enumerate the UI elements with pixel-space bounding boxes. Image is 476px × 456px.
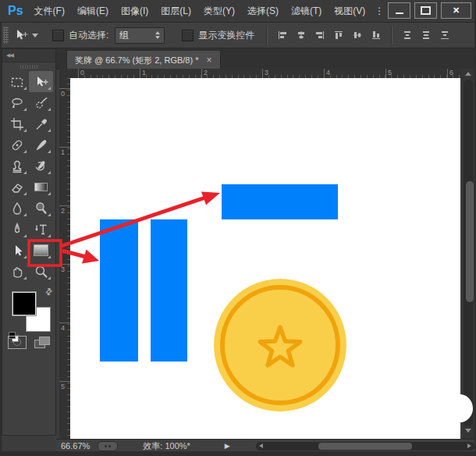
align-top-edges-button[interactable] <box>331 27 346 43</box>
distribute-bottom-edges-icon <box>439 30 450 41</box>
status-bar: 66.67% 效率: 100%* ▶ <box>56 439 476 452</box>
dodge-tool[interactable] <box>29 198 53 219</box>
vertical-ruler[interactable]: 0 1 2 3 4 5 <box>59 78 70 439</box>
quick-selection-icon <box>34 95 49 111</box>
vertical-scroll-thumb[interactable] <box>466 181 474 302</box>
status-flyout-arrow[interactable]: ▶ <box>225 442 230 450</box>
path-selection-tool[interactable] <box>5 240 29 261</box>
zoom-scrubby-icon <box>98 441 118 451</box>
zoom-tool[interactable] <box>29 261 53 282</box>
rectangular-marquee-tool[interactable] <box>5 71 29 92</box>
close-button[interactable]: ✕ <box>441 2 471 19</box>
minimize-button[interactable] <box>388 2 410 19</box>
type-tool[interactable] <box>29 219 53 240</box>
distribute-top-edges-button[interactable] <box>400 27 415 43</box>
menu-file[interactable]: 文件(F) <box>34 5 65 18</box>
window-frame-left <box>0 22 2 456</box>
color-swatches: ⇄ <box>9 287 52 335</box>
menu-layer[interactable]: 图层(L) <box>161 5 191 18</box>
options-grip-handle[interactable] <box>3 27 9 44</box>
brush-tool[interactable] <box>29 134 53 155</box>
canvas-surface[interactable] <box>70 78 460 439</box>
swap-colors-icon[interactable]: ⇄ <box>43 286 55 298</box>
gradient-tool[interactable] <box>29 176 53 198</box>
align-bottom-edges-button[interactable] <box>368 27 384 43</box>
distribute-vertical-centers-button[interactable] <box>418 27 434 43</box>
align-horizontal-centers-button[interactable] <box>293 27 309 43</box>
zoom-magnifier-icon <box>34 264 49 280</box>
maximize-button[interactable] <box>414 2 437 19</box>
crop-tool[interactable] <box>5 113 29 134</box>
type-icon <box>34 222 49 237</box>
move-tool[interactable] <box>29 71 53 92</box>
foreground-color-swatch[interactable] <box>12 291 37 316</box>
show-transform-label: 显示变换控件 <box>198 29 254 42</box>
pen-tool[interactable] <box>5 219 29 240</box>
horizontal-ruler[interactable]: 0 1 2 3 4 5 6 <box>59 69 462 78</box>
vertical-scroll-track[interactable] <box>464 80 473 426</box>
scroll-down-icon[interactable] <box>465 429 471 433</box>
menu-type[interactable]: 类型(Y) <box>204 5 235 18</box>
minimize-icon <box>396 12 403 14</box>
menu-filter[interactable]: 滤镜(T) <box>291 5 321 18</box>
horizontal-scrollbar[interactable] <box>256 442 474 451</box>
toolbox-collapse-button[interactable]: ◀◀ <box>2 49 55 62</box>
distribute-bottom-edges-button[interactable] <box>437 27 453 43</box>
quick-selection-tool[interactable] <box>29 92 53 113</box>
align-left-edges-button[interactable] <box>275 27 290 43</box>
align-right-edges-button[interactable] <box>312 27 328 43</box>
history-brush-icon <box>34 159 49 174</box>
rectangle-tool[interactable] <box>29 240 53 261</box>
document-tab[interactable]: 奖牌 @ 66.7% (矩形 2, RGB/8) * × <box>66 50 221 69</box>
auto-select-label: 自动选择: <box>69 29 108 42</box>
close-icon: ✕ <box>453 6 460 15</box>
tool-preset-picker[interactable] <box>13 27 38 43</box>
scroll-right-icon[interactable] <box>467 444 471 448</box>
screen-mode-button[interactable] <box>34 337 50 348</box>
menu-image[interactable]: 图像(I) <box>121 5 148 18</box>
hand-tool[interactable] <box>5 261 29 282</box>
auto-select-checkbox[interactable] <box>52 30 64 41</box>
auto-select-target-dropdown[interactable]: 组 <box>115 27 165 44</box>
menu-view[interactable]: 视图(V) <box>334 5 365 18</box>
dodge-icon <box>34 201 49 216</box>
history-brush-tool[interactable] <box>29 155 53 176</box>
zoom-level-field[interactable]: 66.67% <box>61 441 90 451</box>
toolbox-grip-handle[interactable] <box>20 65 37 69</box>
scroll-left-icon[interactable] <box>259 444 263 448</box>
align-top-edges-icon <box>333 30 344 41</box>
blur-tool[interactable] <box>5 198 29 219</box>
spot-healing-brush-tool[interactable] <box>5 134 29 155</box>
align-left-edges-icon <box>277 30 288 41</box>
path-selection-icon <box>9 243 25 258</box>
crop-icon <box>9 116 25 132</box>
menu-edit[interactable]: 编辑(E) <box>77 5 108 18</box>
eyedropper-tool[interactable] <box>29 113 53 134</box>
horizontal-scroll-thumb[interactable] <box>318 443 412 450</box>
menu-select[interactable]: 选择(S) <box>247 5 279 18</box>
menu-overflow-icon[interactable]: ⋮ <box>375 5 384 16</box>
clone-stamp-tool[interactable] <box>5 155 29 176</box>
toolbox-bottom-buttons <box>2 332 55 352</box>
align-right-edges-icon <box>314 30 325 41</box>
lasso-tool[interactable] <box>5 92 29 113</box>
lasso-icon <box>9 95 25 111</box>
efficiency-status: 效率: 100%* <box>143 440 190 452</box>
tab-close-icon[interactable]: × <box>207 55 212 65</box>
separator <box>266 27 268 44</box>
tool-grid <box>5 71 53 282</box>
scroll-up-icon[interactable] <box>465 72 471 76</box>
quick-mask-button[interactable] <box>8 336 27 349</box>
eraser-tool[interactable] <box>5 176 29 198</box>
align-vertical-centers-button[interactable] <box>350 27 365 43</box>
vertical-scrollbar[interactable] <box>462 69 474 439</box>
blue-horizontal-bar <box>222 184 338 219</box>
quick-mask-icon <box>13 338 21 346</box>
show-transform-checkbox[interactable] <box>182 30 194 41</box>
separator <box>391 27 393 44</box>
canvas-edge-artifact <box>446 394 473 422</box>
distribute-top-edges-icon <box>402 30 413 41</box>
eraser-icon <box>9 180 25 195</box>
blue-vertical-bar-1 <box>100 219 138 362</box>
brush-icon <box>34 137 49 153</box>
